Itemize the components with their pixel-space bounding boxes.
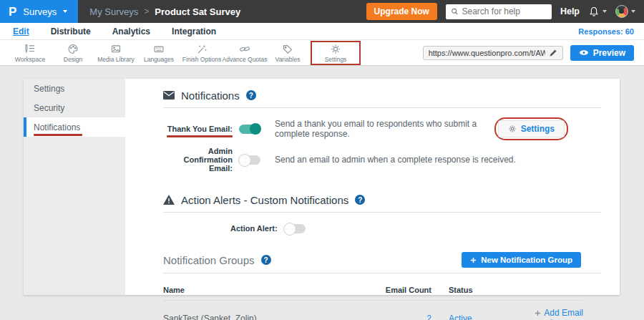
- divider: [163, 107, 601, 108]
- notifications-bell-menu[interactable]: [588, 6, 607, 18]
- questionpro-logo-icon: P: [9, 6, 16, 18]
- toolbar-item-languages[interactable]: Languages: [137, 43, 180, 63]
- settings-page: Settings Security Notifications Notifica…: [0, 66, 644, 320]
- palette-icon: [67, 43, 79, 55]
- red-underline-annotation: [34, 134, 82, 136]
- toolbar-item-workspace[interactable]: Workspace: [9, 43, 52, 63]
- toolbar-label: Variables: [275, 56, 301, 63]
- questionpro-app: P Surveys My Surveys > Product Sat Surve…: [0, 0, 644, 320]
- section-title: Notifications: [181, 89, 240, 102]
- admin-confirmation-email-label: Admin Confirmation Email:: [163, 147, 233, 173]
- column-header-email-count: Email Count: [364, 286, 431, 294]
- survey-nav-tabs: Edit Distribute Analytics Integration Re…: [0, 23, 644, 40]
- toolbar-label: Languages: [144, 56, 174, 63]
- tab-edit[interactable]: Edit: [13, 26, 29, 37]
- thank-you-email-settings-button[interactable]: Settings: [498, 120, 565, 137]
- product-menu-label: Surveys: [23, 6, 57, 17]
- search-input[interactable]: [462, 6, 547, 16]
- header-actions: Upgrade Now Help: [366, 3, 644, 20]
- plus-icon: [470, 257, 477, 263]
- column-header-status: Status: [431, 286, 532, 294]
- toolbar-item-settings[interactable]: Settings: [314, 43, 357, 63]
- account-menu[interactable]: [615, 5, 635, 18]
- admin-confirmation-email-toggle[interactable]: [239, 155, 260, 165]
- sidebar-item-label: Notifications: [34, 122, 80, 132]
- notification-groups-header: Notification Groups New Notification Gro…: [163, 252, 601, 268]
- keyboard-icon: [152, 43, 165, 55]
- label-text: Thank You Email:: [167, 125, 233, 133]
- toolbar-label: Advance Quotas: [223, 56, 268, 63]
- help-icon[interactable]: [246, 90, 256, 100]
- gear-icon: [508, 125, 517, 133]
- toolbar-item-design[interactable]: Design: [52, 43, 94, 63]
- tab-integration[interactable]: Integration: [172, 26, 216, 37]
- toolbar-label: Design: [64, 56, 82, 63]
- toolbar-item-advance-quotas[interactable]: Advance Quotas: [223, 43, 266, 63]
- action-alerts-section-header: Action Alerts - Custom Notifications: [163, 193, 601, 207]
- toolbar-item-media-library[interactable]: Media Library: [94, 43, 137, 63]
- settings-sidebar: Settings Security Notifications: [24, 79, 125, 295]
- tab-analytics[interactable]: Analytics: [112, 26, 150, 37]
- survey-url-field[interactable]: https://www.questionpro.com/t/AW22Zc0: [423, 46, 563, 60]
- upgrade-now-button[interactable]: Upgrade Now: [366, 3, 437, 20]
- preview-label: Preview: [593, 48, 625, 58]
- new-group-label: New Notification Group: [481, 256, 572, 264]
- bell-icon: [588, 6, 600, 18]
- chevron-down-icon: [63, 10, 67, 13]
- edit-pencil-icon[interactable]: [549, 49, 557, 57]
- settings-highlight-annotation: Settings: [311, 41, 361, 65]
- column-header-name: Name: [163, 286, 364, 294]
- group-name: SankTest (Sanket, Zolin): [163, 314, 364, 320]
- thank-you-email-row: Thank You Email: Send a thank you email …: [163, 117, 601, 140]
- help-link[interactable]: Help: [560, 6, 580, 16]
- action-alert-row: Action Alert:: [230, 222, 601, 235]
- preview-button[interactable]: Preview: [570, 45, 634, 61]
- chevron-down-icon: [602, 10, 607, 13]
- help-search-box[interactable]: [446, 4, 552, 19]
- toolbar-right: https://www.questionpro.com/t/AW22Zc0 Pr…: [423, 45, 634, 61]
- help-icon[interactable]: [261, 255, 271, 265]
- action-alert-toggle[interactable]: [284, 224, 306, 233]
- email-count-link[interactable]: 2: [426, 314, 431, 320]
- workspace-icon: [24, 43, 36, 55]
- section-title: Action Alerts - Custom Notifications: [181, 194, 348, 206]
- tag-icon: [281, 43, 294, 55]
- toolbar-label: Finish Options: [182, 56, 221, 63]
- breadcrumb-my-surveys[interactable]: My Surveys: [89, 6, 138, 17]
- table-header-row: Name Email Count Status: [163, 281, 583, 301]
- red-circle-annotation: Settings: [494, 117, 568, 140]
- toolbar-item-finish-options[interactable]: Finish Options: [180, 43, 223, 63]
- divider: [163, 273, 601, 273]
- help-icon[interactable]: [355, 195, 365, 205]
- admin-confirmation-email-description: Send an email to admin when a complete r…: [275, 155, 516, 165]
- image-icon: [109, 43, 122, 55]
- section-title: Notification Groups: [163, 254, 255, 266]
- table-row: SankTest (Sanket, Zolin) 2 Active Add Em…: [163, 301, 583, 320]
- settings-card: Settings Security Notifications Notifica…: [24, 79, 620, 295]
- thank-you-email-toggle[interactable]: [239, 125, 260, 134]
- gear-icon: [329, 43, 342, 55]
- edit-toolbar: Workspace Design Media Library Languages…: [0, 40, 644, 66]
- product-switcher[interactable]: P Surveys: [0, 0, 78, 23]
- eye-icon: [579, 49, 589, 56]
- avatar: [615, 5, 628, 18]
- sidebar-item-notifications[interactable]: Notifications: [24, 117, 125, 137]
- new-notification-group-button[interactable]: New Notification Group: [462, 252, 581, 268]
- toolbar-item-variables[interactable]: Variables: [266, 43, 309, 63]
- top-header: P Surveys My Surveys > Product Sat Surve…: [0, 0, 644, 23]
- sidebar-item-security[interactable]: Security: [24, 98, 125, 117]
- responses-count[interactable]: Responses: 60: [578, 27, 634, 36]
- toolbar-label: Settings: [325, 56, 347, 63]
- add-email-button[interactable]: Add Email: [535, 308, 583, 318]
- warning-triangle-icon: [163, 195, 175, 205]
- row-actions: Add Email Delete: [532, 308, 583, 320]
- search-icon: [451, 7, 459, 16]
- action-alert-label: Action Alert:: [230, 224, 278, 233]
- survey-url-value: https://www.questionpro.com/t/AW22Zc0: [429, 49, 545, 57]
- tab-distribute[interactable]: Distribute: [51, 26, 91, 37]
- red-underline-annotation: [167, 135, 233, 137]
- add-email-label: Add Email: [544, 308, 583, 318]
- sidebar-item-settings[interactable]: Settings: [24, 79, 125, 98]
- status-link[interactable]: Active: [449, 314, 472, 320]
- sidebar-item-label: Security: [34, 103, 64, 113]
